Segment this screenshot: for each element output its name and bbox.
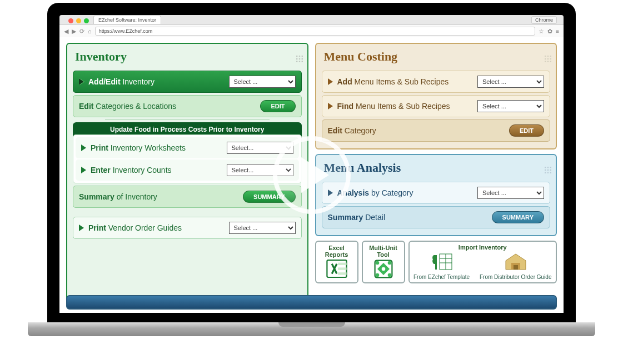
svg-rect-11 bbox=[550, 56, 551, 57]
import-from-template[interactable]: From EZchef Template bbox=[413, 251, 470, 280]
print-vendor-row: Print Vendor Order Guides Select ... bbox=[73, 217, 302, 239]
excel-icon bbox=[325, 259, 349, 279]
inventory-panel: Inventory Add/Edit Inventory Select ... … bbox=[66, 43, 308, 307]
laptop-mockup: EZchef Software: Inventor Chrome ◀ ▶ ⟳ ⌂… bbox=[28, 0, 595, 345]
add-menu-items-row: Add Menu Items & Sub Recipes Select ... bbox=[322, 71, 551, 93]
svg-rect-20 bbox=[550, 167, 551, 168]
play-icon bbox=[328, 78, 333, 85]
play-icon bbox=[79, 225, 84, 231]
svg-rect-18 bbox=[545, 167, 546, 168]
add-menu-items-select[interactable]: Select ... bbox=[477, 76, 544, 88]
edit-category-row: Edit Category EDIT bbox=[322, 119, 551, 142]
browser-tab[interactable]: EZchef Software: Inventor bbox=[93, 16, 161, 24]
import-inventory-title: Import Inventory bbox=[458, 244, 507, 251]
multi-unit-icon bbox=[371, 259, 396, 279]
edit-category-button[interactable]: EDIT bbox=[509, 124, 544, 137]
warehouse-icon bbox=[504, 252, 528, 272]
svg-rect-10 bbox=[547, 56, 549, 57]
svg-rect-5 bbox=[301, 58, 302, 59]
summary-inventory-label: Summary of Inventory bbox=[79, 192, 157, 201]
reload-icon[interactable]: ⟳ bbox=[79, 28, 84, 35]
multi-unit-card[interactable]: Multi-Unit Tool bbox=[362, 241, 405, 283]
play-icon bbox=[328, 103, 333, 109]
svg-rect-30 bbox=[338, 272, 346, 275]
print-worksheets-row: Print Inventory Worksheets Select... bbox=[76, 137, 299, 158]
settings-icon[interactable]: ✿ bbox=[547, 28, 552, 35]
svg-rect-29 bbox=[338, 267, 346, 270]
svg-rect-19 bbox=[547, 167, 549, 168]
play-video-button[interactable] bbox=[273, 136, 351, 214]
home-icon[interactable]: ⌂ bbox=[88, 28, 92, 34]
svg-rect-3 bbox=[296, 58, 297, 59]
menu-costing-panel: Menu Costing Add Menu Items & Sub Recipe… bbox=[315, 43, 557, 149]
excel-reports-card[interactable]: Excel Reports bbox=[315, 241, 358, 283]
svg-rect-17 bbox=[550, 61, 551, 62]
svg-rect-8 bbox=[301, 61, 302, 62]
menu-analysis-panel: Menu Analysis Analysis by Category Selec… bbox=[315, 154, 557, 236]
summary-detail-row: Summary Detail SUMMARY bbox=[322, 206, 551, 228]
analysis-by-category-select[interactable]: Select ... bbox=[477, 187, 544, 199]
drag-handle-icon[interactable] bbox=[545, 54, 551, 61]
close-icon[interactable] bbox=[68, 18, 73, 23]
minimize-icon[interactable] bbox=[76, 18, 81, 23]
app-viewport: Inventory Add/Edit Inventory Select ... … bbox=[59, 37, 564, 313]
inventory-count-group: Print Inventory Worksheets Select... Ent… bbox=[73, 134, 302, 183]
svg-point-32 bbox=[381, 267, 385, 271]
drag-handle-icon[interactable] bbox=[545, 166, 551, 172]
add-edit-inventory-row: Add/Edit Inventory Select ... bbox=[73, 71, 302, 93]
find-menu-items-select[interactable]: Select ... bbox=[477, 100, 544, 112]
browser-chrome: EZchef Software: Inventor Chrome ◀ ▶ ⟳ ⌂… bbox=[59, 15, 564, 37]
template-icon bbox=[430, 252, 454, 272]
print-vendor-select[interactable]: Select ... bbox=[229, 222, 296, 234]
svg-point-33 bbox=[375, 261, 379, 265]
address-bar[interactable]: https://www.EZchef.com bbox=[95, 27, 535, 36]
svg-rect-16 bbox=[547, 61, 549, 62]
back-icon[interactable]: ◀ bbox=[64, 28, 68, 35]
svg-rect-43 bbox=[514, 265, 518, 270]
analysis-by-category-row: Analysis by Category Select ... bbox=[322, 182, 551, 204]
drag-handle-icon[interactable] bbox=[296, 54, 303, 61]
edit-categories-label: Edit Categories & Locations bbox=[79, 102, 176, 111]
play-icon bbox=[81, 167, 86, 173]
screen-bezel: EZchef Software: Inventor Chrome ◀ ▶ ⟳ ⌂… bbox=[47, 3, 576, 325]
svg-point-35 bbox=[375, 273, 379, 277]
edit-categories-row: Edit Categories & Locations EDIT bbox=[73, 95, 302, 117]
find-menu-items-row: Find Menu Items & Sub Recipes Select ... bbox=[322, 95, 551, 117]
add-edit-inventory-select[interactable]: Select ... bbox=[229, 76, 296, 88]
inventory-title: Inventory bbox=[72, 47, 130, 68]
add-edit-inventory-label: Add/Edit Inventory bbox=[88, 77, 154, 86]
excel-reports-label: Excel Reports bbox=[320, 245, 354, 258]
import-template-label: From EZchef Template bbox=[413, 274, 470, 280]
svg-rect-24 bbox=[545, 172, 546, 173]
svg-rect-4 bbox=[298, 58, 300, 59]
edit-categories-button[interactable]: EDIT bbox=[260, 100, 295, 112]
import-from-distributor[interactable]: From Distributor Order Guide bbox=[480, 251, 551, 280]
summary-detail-button[interactable]: SUMMARY bbox=[492, 211, 544, 223]
menu-costing-title: Menu Costing bbox=[321, 47, 401, 68]
play-icon bbox=[81, 144, 86, 151]
svg-rect-1 bbox=[298, 56, 300, 57]
svg-rect-9 bbox=[545, 56, 546, 57]
play-icon bbox=[301, 157, 329, 193]
enter-counts-label: Enter Inventory Counts bbox=[91, 166, 172, 174]
enter-counts-row: Enter Inventory Counts Select... bbox=[76, 159, 299, 181]
svg-rect-23 bbox=[550, 169, 551, 171]
menu-icon[interactable]: ≡ bbox=[556, 28, 559, 34]
find-menu-items-label: Find Menu Items & Sub Recipes bbox=[337, 102, 450, 111]
edit-category-label: Edit Category bbox=[328, 126, 376, 135]
window-controls bbox=[64, 15, 93, 24]
svg-rect-25 bbox=[547, 172, 549, 173]
forward-icon[interactable]: ▶ bbox=[72, 28, 76, 35]
summary-detail-label: Summary Detail bbox=[328, 213, 386, 222]
svg-rect-22 bbox=[547, 169, 549, 171]
svg-rect-21 bbox=[545, 169, 546, 171]
multi-unit-label: Multi-Unit Tool bbox=[366, 245, 401, 258]
analysis-by-category-label: Analysis by Category bbox=[337, 188, 413, 197]
maximize-icon[interactable] bbox=[84, 18, 89, 23]
svg-rect-41 bbox=[435, 255, 437, 270]
bookmark-icon[interactable]: ☆ bbox=[539, 28, 544, 35]
add-menu-items-label: Add Menu Items & Sub Recipes bbox=[337, 77, 449, 86]
import-distributor-label: From Distributor Order Guide bbox=[480, 274, 551, 280]
summary-inventory-row: Summary of Inventory SUMMARY bbox=[73, 186, 302, 208]
svg-rect-13 bbox=[547, 58, 549, 59]
